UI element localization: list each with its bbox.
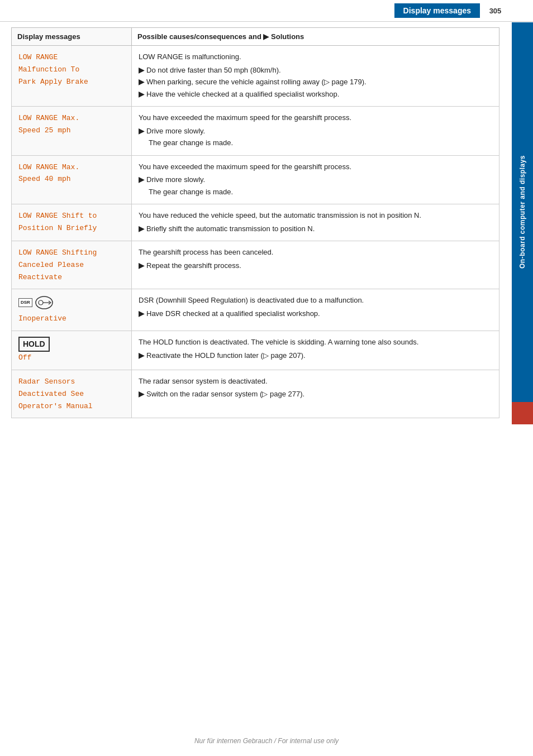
bullet-arrow: ▶ [139, 78, 144, 86]
dsr-label-box: DSR [18, 298, 32, 307]
cause-bullet: ▶Do not drive faster than 50 mph (80km/h… [139, 65, 492, 76]
causes-cell: You have exceeded the maximum speed for … [132, 155, 499, 204]
cause-text: You have exceeded the maximum speed for … [139, 161, 492, 173]
display-msg-cell: Radar SensorsDeactivated SeeOperator's M… [12, 370, 132, 418]
cause-bullet: ▶Reactivate the HOLD function later (▷ p… [139, 350, 492, 361]
causes-cell: DSR (Downhill Speed Regulation) is deact… [132, 289, 499, 331]
dsr-icon-group: DSR [18, 295, 125, 310]
cause-text: The HOLD function is deactivated. The ve… [139, 337, 492, 348]
causes-cell: LOW RANGE is malfunctioning.▶Do not driv… [132, 46, 499, 107]
cause-bullet: ▶Drive more slowly. [139, 126, 492, 137]
bullet-arrow: ▶ [139, 175, 144, 184]
page-number: 305 [486, 7, 505, 15]
display-msg-cell: LOW RANGE ShiftingCanceled PleaseReactiv… [12, 241, 132, 289]
display-msg-text: LOW RANGE ShiftingCanceled PleaseReactiv… [18, 248, 97, 281]
display-msg-cell: LOW RANGE Max.Speed 25 mph [12, 107, 132, 156]
col-header-display: Display messages [12, 28, 132, 46]
main-content: Display messages Possible causes/consequ… [11, 27, 505, 418]
bullet-arrow: ▶ [139, 351, 144, 360]
chapter-tab-accent [512, 402, 533, 424]
section-title: Display messages [394, 3, 480, 18]
bullet-arrow: ▶ [139, 66, 144, 74]
footer: Nur für internen Gebrauch / For internal… [0, 737, 533, 745]
bullet-arrow: ▶ [139, 90, 144, 98]
cause-text: The radar sensor system is deactivated. [139, 376, 492, 387]
display-msg-cell: HOLD Off [12, 331, 132, 370]
cause-text: DSR (Downhill Speed Regulation) is deact… [139, 295, 492, 306]
bullet-arrow: ▶ [139, 261, 144, 270]
table-row: Radar SensorsDeactivated SeeOperator's M… [12, 370, 499, 418]
display-msg-text: LOW RANGEMalfunction ToPark Apply Brake [18, 53, 88, 86]
display-msg-cell: DSR Inoperative [12, 289, 132, 331]
cause-bullet: ▶When parking, secure the vehicle agains… [139, 76, 492, 88]
table-header-row: Display messages Possible causes/consequ… [12, 28, 499, 46]
chapter-tab-label: On-board computer and displays [518, 155, 526, 269]
bullet-arrow: ▶ [139, 127, 144, 135]
cause-bullet: ▶Repeat the gearshift process. [139, 260, 492, 271]
cause-indent: The gear change is made. [149, 186, 492, 198]
table-row: LOW RANGE Max.Speed 25 mphYou have excee… [12, 107, 499, 156]
causes-cell: The radar sensor system is deactivated.▶… [132, 370, 499, 418]
causes-cell: The gearshift process has been canceled.… [132, 241, 499, 289]
dsr-icon-svg [34, 295, 54, 310]
table-row: LOW RANGE Max.Speed 40 mphYou have excee… [12, 155, 499, 204]
table-row: DSR Inoperative DSR (Downhill Speed Regu… [12, 289, 499, 331]
table-row: LOW RANGE ShiftingCanceled PleaseReactiv… [12, 241, 499, 289]
svg-point-1 [39, 300, 43, 305]
display-msg-text: Inoperative [18, 314, 66, 323]
display-messages-table: Display messages Possible causes/consequ… [11, 27, 499, 418]
cause-bullet: ▶Have the vehicle checked at a qualified… [139, 89, 492, 100]
bullet-arrow: ▶ [139, 390, 144, 398]
cause-bullet: ▶Drive more slowly. [139, 174, 492, 185]
display-msg-text: LOW RANGE Max.Speed 40 mph [18, 163, 79, 184]
causes-cell: You have exceeded the maximum speed for … [132, 107, 499, 156]
table-row: LOW RANGEMalfunction ToPark Apply BrakeL… [12, 46, 499, 107]
bullet-arrow: ▶ [139, 309, 144, 318]
cause-text: The gearshift process has been canceled. [139, 247, 492, 258]
causes-cell: You have reduced the vehicle speed, but … [132, 204, 499, 241]
cause-bullet: ▶Switch on the radar sensor system (▷ pa… [139, 389, 492, 400]
display-msg-text: Off [18, 353, 31, 362]
display-msg-text: LOW RANGE Shift toPosition N Briefly [18, 212, 97, 232]
causes-cell: The HOLD function is deactivated. The ve… [132, 331, 499, 370]
page-header: Display messages 305 [0, 0, 533, 22]
hold-box: HOLD [18, 337, 50, 352]
display-msg-cell: LOW RANGE Max.Speed 40 mph [12, 155, 132, 204]
cause-text: LOW RANGE is malfunctioning. [139, 51, 492, 63]
table-row: HOLD Off The HOLD function is deactivate… [12, 331, 499, 370]
table-row: LOW RANGE Shift toPosition N BrieflyYou … [12, 204, 499, 241]
cause-bullet: ▶Briefly shift the automatic transmissio… [139, 223, 492, 235]
display-msg-text: LOW RANGE Max.Speed 25 mph [18, 114, 79, 135]
footer-text: Nur für internen Gebrauch / For internal… [194, 737, 339, 745]
cause-bullet: ▶Have DSR checked at a qualified special… [139, 308, 492, 319]
display-msg-cell: LOW RANGE Shift toPosition N Briefly [12, 204, 132, 241]
chapter-tab: On-board computer and displays [512, 22, 533, 402]
hold-icon-group: HOLD [18, 337, 125, 352]
display-msg-text: Radar SensorsDeactivated SeeOperator's M… [18, 377, 93, 410]
cause-indent: The gear change is made. [149, 137, 492, 149]
display-msg-cell: LOW RANGEMalfunction ToPark Apply Brake [12, 46, 132, 107]
col-header-causes: Possible causes/consequences and ▶ Solut… [132, 28, 499, 46]
cause-text: You have exceeded the maximum speed for … [139, 112, 492, 123]
cause-text: You have reduced the vehicle speed, but … [139, 210, 492, 221]
bullet-arrow: ▶ [139, 224, 144, 233]
